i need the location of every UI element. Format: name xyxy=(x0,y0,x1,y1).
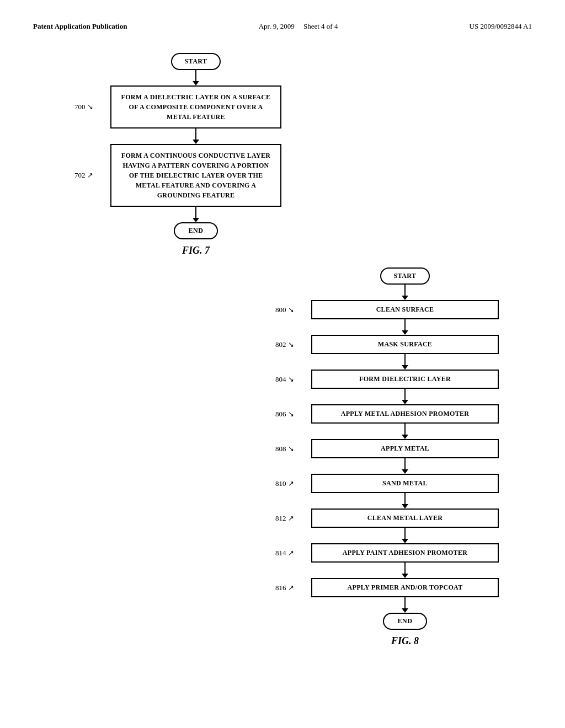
fig7-step-702: FORM A CONTINUOUS CONDUCTIVE LAYER HAVIN… xyxy=(110,144,281,207)
step-702-label: 702 ↗ xyxy=(74,171,93,180)
fig7-start-oval: START xyxy=(171,53,220,70)
arrow xyxy=(402,493,408,508)
fig8-label: FIG. 8 xyxy=(391,635,419,647)
fig7-step-700: FORM A DIELECTRIC LAYER ON A SURFACE OF … xyxy=(110,85,281,129)
arrow xyxy=(193,70,199,85)
arrow xyxy=(402,424,408,439)
fig7-end-oval: END xyxy=(174,222,218,239)
arrow xyxy=(402,285,408,300)
header-sheet: Sheet 4 of 4 xyxy=(303,22,338,30)
header-date: Apr. 9, 2009 xyxy=(259,22,295,30)
arrow xyxy=(402,563,408,578)
step-810-label: 810 ↗ xyxy=(275,479,294,488)
fig8-step-804: FORM DIELECTRIC LAYER xyxy=(311,370,499,389)
fig8-step-808: APPLY METAL xyxy=(311,439,499,458)
step-700-label: 700 ↘ xyxy=(74,103,93,111)
step-802-label: 802 ↘ xyxy=(275,340,294,349)
fig8-start-oval: START xyxy=(380,267,429,285)
step-816-label: 816 ↗ xyxy=(275,584,294,592)
arrow xyxy=(193,207,199,222)
step-808-label: 808 ↘ xyxy=(275,445,294,453)
fig8-step-812: CLEAN METAL LAYER xyxy=(311,508,499,528)
header-patent-number: US 2009/0092844 A1 xyxy=(470,22,532,31)
header-center: Apr. 9, 2009 Sheet 4 of 4 xyxy=(259,22,338,31)
fig7-label: FIG. 7 xyxy=(182,245,210,256)
step-812-label: 812 ↗ xyxy=(275,514,294,523)
fig8-step-800: CLEAN SURFACE xyxy=(311,300,499,319)
fig8-step-810: SAND METAL xyxy=(311,474,499,493)
fig8-step-816: APPLY PRIMER AND/OR TOPCOAT xyxy=(311,578,499,597)
arrow xyxy=(402,354,408,370)
arrow xyxy=(402,319,408,335)
arrow xyxy=(193,129,199,144)
arrow xyxy=(402,528,408,543)
fig8-step-802: MASK SURFACE xyxy=(311,335,499,354)
step-800-label: 800 ↘ xyxy=(275,306,294,314)
step-804-label: 804 ↘ xyxy=(275,375,294,384)
step-806-label: 806 ↘ xyxy=(275,410,294,419)
arrow xyxy=(402,597,408,613)
fig8-step-806: APPLY METAL ADHESION PROMOTER xyxy=(311,404,499,424)
header-publication-label: Patent Application Publication xyxy=(33,22,127,31)
fig8-step-814: APPLY PAINT ADHESION PROMOTER xyxy=(311,543,499,563)
page-header: Patent Application Publication Apr. 9, 2… xyxy=(33,22,532,31)
page: Patent Application Publication Apr. 9, 2… xyxy=(0,0,565,728)
arrow xyxy=(402,389,408,404)
fig8-end-oval: END xyxy=(383,613,427,630)
step-814-label: 814 ↗ xyxy=(275,549,294,558)
arrow xyxy=(402,458,408,474)
